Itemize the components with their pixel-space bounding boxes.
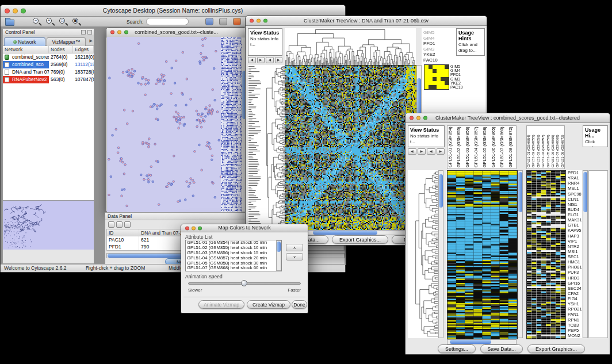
column-label[interactable]: GPL51-03 (GSM856) xyxy=(465,126,473,168)
zoom-out-icon[interactable]: − xyxy=(33,18,42,27)
gene-label[interactable]: PHO81 xyxy=(567,265,582,270)
gene-label[interactable]: ELG1 xyxy=(567,212,582,217)
close-button[interactable] xyxy=(5,8,10,13)
row-dendrogram-canvas[interactable] xyxy=(262,65,285,229)
gene-label[interactable]: RPN1 xyxy=(567,317,582,323)
scrollbar-thumb[interactable] xyxy=(450,340,491,344)
tab-network[interactable]: Network xyxy=(4,37,45,46)
close-panel-icon[interactable] xyxy=(87,30,92,35)
zoom-button[interactable] xyxy=(198,226,202,230)
gene-label[interactable]: SEC24 xyxy=(567,286,582,291)
close-button[interactable] xyxy=(185,226,189,230)
heatmap-canvas[interactable] xyxy=(285,65,417,231)
heatmap-secondary-canvas[interactable] xyxy=(526,170,566,339)
heatmap-vscrollbar[interactable] xyxy=(518,170,523,338)
scrollbar-thumb[interactable] xyxy=(313,231,377,235)
export-graphics-button[interactable]: Export Graphics... xyxy=(527,344,585,353)
gene-label[interactable]: GIM5 xyxy=(450,64,473,68)
row-dendrogram-canvas[interactable] xyxy=(408,170,438,338)
gene-label[interactable]: SEC1 xyxy=(567,254,582,259)
network-graph-canvas[interactable] xyxy=(107,37,221,212)
toolbar-plugin-icon-3[interactable] xyxy=(233,18,241,25)
zoom-selected-icon[interactable]: ▣ xyxy=(72,18,82,27)
zoom-button[interactable] xyxy=(21,8,26,13)
gene-label[interactable]: GIM3 xyxy=(450,77,473,81)
gene-label[interactable]: GPI16 xyxy=(567,281,582,286)
float-panel-icon[interactable] xyxy=(81,30,86,35)
gene-label[interactable]: MON2 xyxy=(567,333,582,338)
minimize-button[interactable] xyxy=(257,19,261,23)
column-label[interactable]: GPL51-07 (GSM860) xyxy=(499,126,508,168)
nav-left-icon[interactable]: ◀ xyxy=(427,148,435,155)
heatmap-hscrollbar[interactable] xyxy=(447,339,517,344)
gene-label[interactable]: MAK31 xyxy=(567,217,582,223)
database-icon[interactable] xyxy=(124,221,131,228)
column-label[interactable]: GPL51-01 (GSM854) xyxy=(447,126,456,168)
gene-label[interactable]: MSI1 xyxy=(567,249,582,254)
network-row-selected[interactable]: combined_sco 2569(8) 13112(15) xyxy=(3,61,94,68)
nav-right-icon[interactable]: ▶ xyxy=(437,148,445,155)
gene-label[interactable]: GIM5 xyxy=(423,30,447,36)
zoom-fit-icon[interactable]: □ xyxy=(59,18,68,27)
toolbar-plugin-icon-1[interactable] xyxy=(205,18,213,25)
save-data-button[interactable]: Save Data... xyxy=(480,344,523,353)
background-network-canvas[interactable] xyxy=(221,37,242,212)
gene-label[interactable]: YSH1 xyxy=(567,301,582,306)
scrollbar-thumb[interactable] xyxy=(583,172,587,212)
gene-label[interactable]: PAC10 xyxy=(450,85,473,89)
gene-label[interactable]: PFD1 xyxy=(567,170,582,175)
heatmap-main-canvas[interactable] xyxy=(447,170,518,339)
create-vizmap-button[interactable]: Create Vizmap xyxy=(247,300,290,309)
gene-label[interactable]: KAP95 xyxy=(567,228,582,233)
gene-label[interactable]: CPA2 xyxy=(567,291,582,296)
search-input[interactable] xyxy=(146,18,189,25)
tab-overflow-icon[interactable]: ▶ xyxy=(90,39,93,43)
network-overview-canvas[interactable] xyxy=(4,202,93,249)
minimize-button[interactable] xyxy=(416,116,420,120)
gene-label[interactable]: HAP3 xyxy=(567,233,582,239)
gene-label[interactable]: RPO21 xyxy=(567,306,582,312)
cytoscape-titlebar[interactable]: Cytoscape Desktop (Session Name: collins… xyxy=(1,5,345,17)
gene-label[interactable]: VIP1 xyxy=(567,239,582,244)
dendrogram-vscrollbar[interactable] xyxy=(438,170,443,338)
gene-label[interactable]: PUF3 xyxy=(567,270,582,275)
column-label[interactable]: GPL51-08 (GSM872) xyxy=(508,126,517,168)
close-button[interactable] xyxy=(250,19,254,23)
gene-label[interactable]: YKE2 xyxy=(423,52,447,58)
nav-right-icon[interactable]: ▶ xyxy=(275,57,283,63)
minimize-button[interactable] xyxy=(13,8,18,13)
scrollbar-thumb[interactable] xyxy=(518,172,522,212)
export-graphics-button[interactable]: Export Graphics... xyxy=(332,235,388,244)
nav-right-icon[interactable]: ▶ xyxy=(257,57,265,63)
gene-label[interactable]: RNR4 xyxy=(567,181,582,186)
gene-label[interactable]: CLN1 xyxy=(567,197,582,202)
gene-label[interactable]: PAC10 xyxy=(423,58,447,63)
gene-label[interactable]: MSL1 xyxy=(567,186,582,191)
open-session-icon[interactable] xyxy=(5,20,14,26)
gene-label[interactable]: HRD3 xyxy=(567,275,582,281)
minimize-button[interactable] xyxy=(117,30,121,35)
gene-label[interactable]: PAN1 xyxy=(567,312,582,317)
zoom-button[interactable] xyxy=(124,30,128,35)
gene-label[interactable]: PFD1 xyxy=(423,41,447,47)
gene-label[interactable]: FIG4 xyxy=(567,296,582,301)
column-label[interactable]: GPL51-04 (GSM857) xyxy=(473,126,482,168)
attribute-list-item[interactable]: GPL51-07 (GSM868) heat shock 60 min xyxy=(186,266,281,271)
gene-label[interactable]: YRA1 xyxy=(567,175,582,181)
settings-button[interactable]: Settings... xyxy=(438,344,476,353)
move-up-button[interactable]: ∧ xyxy=(286,244,303,251)
treeview2-titlebar[interactable]: ClusterMaker TreeView : combined_scores_… xyxy=(406,113,610,123)
gene-label[interactable]: GTB1 xyxy=(567,223,582,228)
gene-label[interactable]: TCB3 xyxy=(567,323,582,328)
column-label[interactable]: GPL51-08 (GSM872) xyxy=(561,126,565,168)
gene-label[interactable]: NIS1 xyxy=(567,202,582,207)
network-row-destroyed[interactable]: RNAPuberNov2 563(0) 107847(0) xyxy=(3,76,94,83)
column-dendrogram-canvas[interactable] xyxy=(285,28,416,65)
zoom-in-icon[interactable]: + xyxy=(46,18,55,27)
animate-vizmap-button[interactable]: Animate Vizmap xyxy=(198,300,244,309)
nav-left-icon[interactable]: ◀ xyxy=(266,57,274,63)
gene-label[interactable]: GIM4 xyxy=(450,68,473,72)
gene-label[interactable]: PEP5 xyxy=(567,328,582,333)
treeview1-titlebar[interactable]: ClusterMaker TreeView : DNA and Tran 07-… xyxy=(246,16,487,26)
tab-vizmapper[interactable]: VizMapper™ xyxy=(47,37,86,46)
